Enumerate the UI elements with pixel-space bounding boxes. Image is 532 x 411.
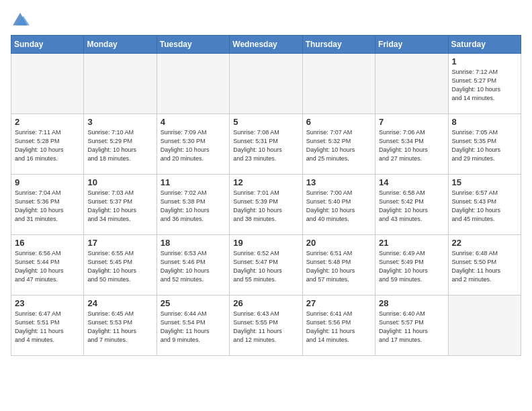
weekday-header-wednesday: Wednesday [230, 36, 302, 54]
day-number: 4 [161, 117, 226, 127]
day-info: Sunrise: 7:11 AM Sunset: 5:28 PM Dayligh… [15, 128, 80, 163]
week-row-3: 16Sunrise: 6:56 AM Sunset: 5:44 PM Dayli… [11, 235, 521, 295]
day-info: Sunrise: 6:56 AM Sunset: 5:44 PM Dayligh… [15, 249, 80, 284]
day-number: 28 [379, 298, 444, 308]
calendar-cell: 23Sunrise: 6:47 AM Sunset: 5:51 PM Dayli… [11, 295, 84, 356]
day-number: 19 [233, 238, 298, 248]
calendar-cell: 10Sunrise: 7:03 AM Sunset: 5:37 PM Dayli… [84, 175, 157, 235]
day-number: 17 [87, 238, 152, 248]
week-row-1: 2Sunrise: 7:11 AM Sunset: 5:28 PM Daylig… [11, 114, 521, 175]
calendar-cell: 12Sunrise: 7:01 AM Sunset: 5:39 PM Dayli… [230, 175, 302, 235]
day-number: 27 [306, 298, 371, 308]
day-number: 23 [15, 298, 80, 308]
day-info: Sunrise: 7:07 AM Sunset: 5:32 PM Dayligh… [306, 128, 371, 163]
calendar-cell: 9Sunrise: 7:04 AM Sunset: 5:36 PM Daylig… [11, 175, 84, 235]
day-number: 22 [452, 238, 517, 248]
calendar-cell: 25Sunrise: 6:44 AM Sunset: 5:54 PM Dayli… [157, 295, 229, 356]
day-info: Sunrise: 7:09 AM Sunset: 5:30 PM Dayligh… [161, 128, 226, 163]
day-number: 21 [379, 238, 444, 248]
day-number: 2 [15, 117, 80, 127]
day-number: 26 [233, 298, 298, 308]
calendar-cell: 14Sunrise: 6:58 AM Sunset: 5:42 PM Dayli… [375, 175, 448, 235]
calendar-table: SundayMondayTuesdayWednesdayThursdayFrid… [11, 35, 521, 356]
calendar-cell: 15Sunrise: 6:57 AM Sunset: 5:43 PM Dayli… [448, 175, 521, 235]
day-info: Sunrise: 6:48 AM Sunset: 5:50 PM Dayligh… [452, 249, 517, 284]
calendar-cell: 19Sunrise: 6:52 AM Sunset: 5:47 PM Dayli… [230, 235, 302, 295]
calendar-cell: 28Sunrise: 6:40 AM Sunset: 5:57 PM Dayli… [375, 295, 448, 356]
day-info: Sunrise: 6:53 AM Sunset: 5:46 PM Dayligh… [161, 249, 226, 284]
calendar-cell [230, 54, 302, 114]
week-row-2: 9Sunrise: 7:04 AM Sunset: 5:36 PM Daylig… [11, 175, 521, 235]
weekday-header-thursday: Thursday [302, 36, 375, 54]
weekday-header-sunday: Sunday [11, 36, 84, 54]
day-info: Sunrise: 6:47 AM Sunset: 5:51 PM Dayligh… [15, 310, 80, 345]
calendar-cell: 1Sunrise: 7:12 AM Sunset: 5:27 PM Daylig… [448, 54, 521, 114]
week-row-4: 23Sunrise: 6:47 AM Sunset: 5:51 PM Dayli… [11, 295, 521, 356]
day-number: 13 [306, 177, 371, 187]
day-number: 25 [161, 298, 226, 308]
calendar-cell: 18Sunrise: 6:53 AM Sunset: 5:46 PM Dayli… [157, 235, 229, 295]
calendar-cell [448, 295, 521, 356]
calendar-cell [375, 54, 448, 114]
calendar-cell [11, 54, 84, 114]
day-number: 8 [452, 117, 517, 127]
day-number: 1 [452, 56, 517, 66]
day-number: 6 [306, 117, 371, 127]
calendar-cell: 11Sunrise: 7:02 AM Sunset: 5:38 PM Dayli… [157, 175, 229, 235]
day-info: Sunrise: 6:43 AM Sunset: 5:55 PM Dayligh… [233, 310, 298, 345]
day-number: 20 [306, 238, 371, 248]
day-info: Sunrise: 6:41 AM Sunset: 5:56 PM Dayligh… [306, 310, 371, 345]
day-info: Sunrise: 6:49 AM Sunset: 5:49 PM Dayligh… [379, 249, 444, 284]
day-number: 10 [87, 177, 152, 187]
day-number: 5 [233, 117, 298, 127]
day-info: Sunrise: 7:00 AM Sunset: 5:40 PM Dayligh… [306, 189, 371, 224]
weekday-header-row: SundayMondayTuesdayWednesdayThursdayFrid… [11, 36, 521, 54]
day-number: 14 [379, 177, 444, 187]
day-info: Sunrise: 6:58 AM Sunset: 5:42 PM Dayligh… [379, 189, 444, 224]
day-info: Sunrise: 7:04 AM Sunset: 5:36 PM Dayligh… [15, 189, 80, 224]
day-number: 11 [161, 177, 226, 187]
day-info: Sunrise: 6:44 AM Sunset: 5:54 PM Dayligh… [161, 310, 226, 345]
calendar-cell: 4Sunrise: 7:09 AM Sunset: 5:30 PM Daylig… [157, 114, 229, 175]
calendar-cell [157, 54, 229, 114]
calendar-cell: 17Sunrise: 6:55 AM Sunset: 5:45 PM Dayli… [84, 235, 157, 295]
day-info: Sunrise: 7:10 AM Sunset: 5:29 PM Dayligh… [87, 128, 152, 163]
day-info: Sunrise: 6:51 AM Sunset: 5:48 PM Dayligh… [306, 249, 371, 284]
day-info: Sunrise: 6:40 AM Sunset: 5:57 PM Dayligh… [379, 310, 444, 345]
calendar-cell: 16Sunrise: 6:56 AM Sunset: 5:44 PM Dayli… [11, 235, 84, 295]
day-info: Sunrise: 6:52 AM Sunset: 5:47 PM Dayligh… [233, 249, 298, 284]
week-row-0: 1Sunrise: 7:12 AM Sunset: 5:27 PM Daylig… [11, 54, 521, 114]
logo [11, 11, 32, 30]
header [11, 11, 521, 30]
calendar-cell: 5Sunrise: 7:08 AM Sunset: 5:31 PM Daylig… [230, 114, 302, 175]
calendar-body: 1Sunrise: 7:12 AM Sunset: 5:27 PM Daylig… [11, 54, 521, 356]
calendar-cell: 7Sunrise: 7:06 AM Sunset: 5:34 PM Daylig… [375, 114, 448, 175]
day-number: 12 [233, 177, 298, 187]
day-number: 15 [452, 177, 517, 187]
day-number: 24 [87, 298, 152, 308]
calendar-cell [302, 54, 375, 114]
weekday-header-monday: Monday [84, 36, 157, 54]
day-number: 9 [15, 177, 80, 187]
weekday-header-saturday: Saturday [448, 36, 521, 54]
day-number: 7 [379, 117, 444, 127]
calendar-cell [84, 54, 157, 114]
day-info: Sunrise: 7:08 AM Sunset: 5:31 PM Dayligh… [233, 128, 298, 163]
day-info: Sunrise: 7:06 AM Sunset: 5:34 PM Dayligh… [379, 128, 444, 163]
day-info: Sunrise: 6:57 AM Sunset: 5:43 PM Dayligh… [452, 189, 517, 224]
day-info: Sunrise: 6:55 AM Sunset: 5:45 PM Dayligh… [87, 249, 152, 284]
day-info: Sunrise: 7:05 AM Sunset: 5:35 PM Dayligh… [452, 128, 517, 163]
day-info: Sunrise: 7:02 AM Sunset: 5:38 PM Dayligh… [161, 189, 226, 224]
logo-icon [11, 11, 30, 30]
day-info: Sunrise: 7:03 AM Sunset: 5:37 PM Dayligh… [87, 189, 152, 224]
calendar-cell: 13Sunrise: 7:00 AM Sunset: 5:40 PM Dayli… [302, 175, 375, 235]
calendar-cell: 3Sunrise: 7:10 AM Sunset: 5:29 PM Daylig… [84, 114, 157, 175]
day-info: Sunrise: 7:01 AM Sunset: 5:39 PM Dayligh… [233, 189, 298, 224]
calendar-cell: 26Sunrise: 6:43 AM Sunset: 5:55 PM Dayli… [230, 295, 302, 356]
weekday-header-tuesday: Tuesday [157, 36, 229, 54]
calendar-cell: 2Sunrise: 7:11 AM Sunset: 5:28 PM Daylig… [11, 114, 84, 175]
day-number: 16 [15, 238, 80, 248]
day-info: Sunrise: 6:45 AM Sunset: 5:53 PM Dayligh… [87, 310, 152, 345]
calendar-cell: 27Sunrise: 6:41 AM Sunset: 5:56 PM Dayli… [302, 295, 375, 356]
day-number: 18 [161, 238, 226, 248]
